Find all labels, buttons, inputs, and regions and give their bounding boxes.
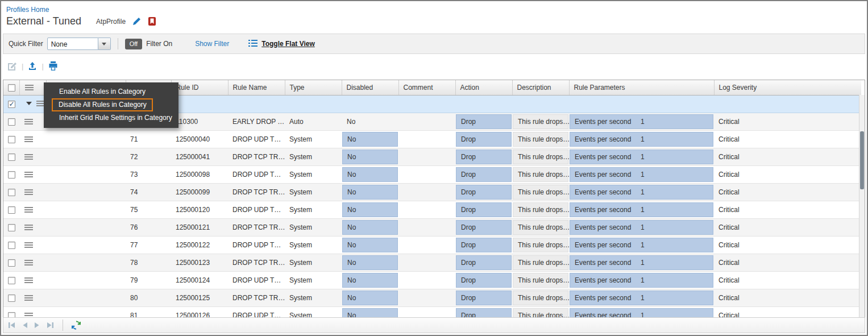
table-row[interactable]: 75 125000120 DROP UDP T… System No Drop … — [3, 201, 861, 218]
cell-comment — [398, 165, 455, 183]
quick-filter-value[interactable]: None — [47, 38, 98, 50]
filter-toggle-button[interactable]: Off — [125, 39, 142, 49]
row-checkbox[interactable] — [8, 294, 15, 302]
toggle-flat-view-label[interactable]: Toggle Flat View — [261, 40, 315, 48]
cell-type: System — [285, 254, 342, 271]
table-row[interactable]: 72 125000041 DROP TCP TR… System No Drop… — [3, 148, 861, 165]
title-row: External - Tuned AtpProfile — [6, 15, 156, 27]
cell-comment — [398, 148, 455, 165]
drag-handle-icon[interactable] — [24, 295, 33, 301]
first-page-icon[interactable] — [8, 322, 16, 329]
drag-handle-icon[interactable] — [24, 277, 33, 284]
context-menu-item[interactable]: Enable All Rules in Category — [44, 85, 178, 98]
grid-body: 110300 EARLY DROP … Auto No Drop This ru… — [3, 95, 861, 318]
cell-log-severity: Critical — [714, 254, 861, 271]
table-row[interactable]: 74 125000099 DROP TCP TR… System No Drop… — [3, 183, 861, 201]
drag-handle-icon[interactable] — [24, 260, 33, 266]
table-row[interactable]: 81 125000126 DROP UDP T… System No Drop … — [3, 306, 861, 318]
show-filter-link[interactable]: Show Filter — [195, 40, 229, 48]
quick-filter-dropdown-button[interactable] — [98, 38, 111, 50]
grid-toolbar: | | — [7, 61, 58, 70]
col-action[interactable]: Action — [455, 80, 512, 95]
vertical-scrollbar[interactable] — [859, 95, 865, 318]
row-checkbox[interactable] — [8, 224, 15, 231]
drag-handle-icon[interactable] — [24, 207, 33, 213]
refresh-icon[interactable] — [72, 321, 81, 330]
col-rule-name[interactable]: Rule Name — [228, 80, 285, 95]
col-rule-id[interactable]: Rule ID — [171, 80, 228, 95]
last-page-icon[interactable] — [46, 322, 54, 329]
row-checkbox[interactable] — [8, 118, 15, 126]
table-row[interactable]: 77 125000122 DROP UDP T… System No Drop … — [3, 236, 861, 254]
drag-handle-icon[interactable] — [24, 172, 33, 178]
context-menu-item[interactable]: Disable All Rules in Category — [52, 98, 153, 111]
next-page-icon[interactable] — [34, 322, 40, 329]
toggle-flat-view[interactable]: Toggle Flat View — [248, 39, 315, 49]
col-disabled[interactable]: Disabled — [342, 80, 398, 95]
drag-handle-icon[interactable] — [24, 154, 33, 160]
cell-comment — [398, 130, 455, 148]
cell-disabled: No — [342, 183, 398, 201]
cell-comment — [398, 218, 455, 236]
row-checkbox[interactable] — [8, 259, 15, 267]
cell-disabled: No — [342, 148, 398, 165]
col-log-severity[interactable]: Log Severity — [714, 80, 861, 95]
col-type[interactable]: Type — [285, 80, 342, 95]
context-menu-item[interactable]: Inherit Grid Rule Settings in Category — [44, 111, 178, 125]
row-checkbox[interactable] — [8, 154, 15, 161]
cell-rule-name: DROP UDP T… — [228, 271, 285, 289]
cell-rule-parameters: Events per second1 — [569, 236, 714, 254]
row-checkbox[interactable] — [8, 206, 15, 214]
cell-category — [46, 254, 126, 271]
cell-comment — [398, 271, 455, 289]
select-all-checkbox[interactable] — [8, 84, 15, 92]
collapse-caret-icon[interactable] — [26, 102, 32, 108]
edit-rule-icon[interactable] — [7, 61, 17, 70]
cell-rule-parameters: Events per second1 — [569, 201, 714, 218]
cell-rule-name: DROP TCP TR… — [228, 254, 285, 271]
drag-handle-icon[interactable] — [24, 189, 33, 196]
edit-pencil-icon[interactable] — [132, 17, 142, 26]
cell-action: Drop — [455, 183, 512, 201]
drag-handle-icon[interactable] — [24, 242, 33, 248]
drag-handle-icon[interactable] — [24, 136, 33, 143]
table-row[interactable]: 73 125000098 DROP UDP T… System No Drop … — [3, 165, 861, 183]
atp-profile-page: Profiles Home External - Tuned AtpProfil… — [0, 0, 868, 336]
row-checkbox[interactable] — [8, 242, 15, 249]
print-icon[interactable] — [48, 61, 58, 70]
drag-handle-icon[interactable] — [24, 119, 33, 125]
flat-view-icon — [248, 39, 258, 49]
col-comment[interactable]: Comment — [398, 80, 455, 95]
row-checkbox[interactable] — [8, 189, 15, 196]
divider — [63, 320, 63, 331]
table-row[interactable]: 79 125000124 DROP UDP T… System No Drop … — [3, 271, 861, 289]
previous-page-icon[interactable] — [22, 322, 28, 329]
bookmark-icon[interactable] — [148, 17, 156, 26]
table-row[interactable]: 78 125000123 DROP TCP TR… System No Drop… — [3, 254, 861, 271]
drag-handle-icon[interactable] — [24, 225, 33, 231]
table-row[interactable]: 71 125000040 DROP UDP T… System No Drop … — [3, 130, 861, 148]
cell-comment — [398, 306, 455, 318]
cell-log-severity: Critical — [714, 148, 861, 165]
row-checkbox[interactable] — [8, 171, 15, 179]
table-row[interactable]: 76 125000121 DROP TCP TR… System No Drop… — [3, 218, 861, 236]
cell-action: Drop — [455, 254, 512, 271]
breadcrumb[interactable]: Profiles Home — [6, 6, 49, 14]
table-row[interactable]: 80 125000125 DROP TCP TR… System No Drop… — [3, 289, 861, 306]
cell-type: System — [285, 218, 342, 236]
cell-rule-id: 125000120 — [171, 201, 228, 218]
category-row-checkbox[interactable] — [8, 101, 15, 108]
upload-icon[interactable] — [28, 61, 37, 70]
row-checkbox[interactable] — [8, 136, 15, 143]
cell-action: Drop — [455, 218, 512, 236]
cell-description: This rule drops… — [512, 236, 569, 254]
cell-action: Drop — [455, 201, 512, 218]
cell-rule-name: DROP TCP TR… — [228, 183, 285, 201]
drag-column-icon — [25, 85, 34, 91]
cell-disabled: No — [342, 165, 398, 183]
quick-filter-combobox[interactable]: None — [47, 38, 111, 50]
col-rule-parameters[interactable]: Rule Parameters — [569, 80, 714, 95]
scrollbar-thumb[interactable] — [860, 131, 864, 189]
col-description[interactable]: Description — [512, 80, 569, 95]
row-checkbox[interactable] — [8, 277, 15, 284]
